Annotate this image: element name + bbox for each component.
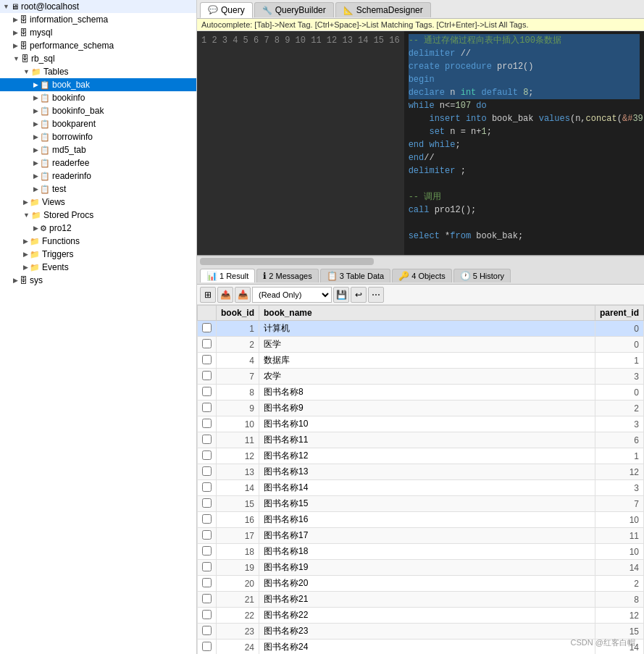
row-checkbox[interactable] (198, 496, 217, 512)
table-row[interactable]: 8图书名称80 (198, 385, 644, 401)
row-checkbox[interactable] (198, 544, 217, 560)
row-checkbox[interactable] (198, 416, 217, 432)
toolbar-btn-discard[interactable]: ↩ (351, 287, 367, 303)
row-checkbox-input[interactable] (202, 514, 212, 524)
row-checkbox[interactable] (198, 576, 217, 592)
row-checkbox[interactable] (198, 464, 217, 480)
table-row[interactable]: 21图书名称218 (198, 592, 644, 608)
expand-icon-triggers[interactable]: ▶ (23, 251, 28, 258)
table-row[interactable]: 16图书名称1610 (198, 512, 644, 528)
row-checkbox-input[interactable] (202, 466, 212, 476)
row-checkbox[interactable] (198, 640, 217, 655)
expand-icon-bookinfo_bak[interactable]: ▶ (33, 107, 38, 114)
result-tab-table_data[interactable]: 📋3 Table Data (320, 269, 391, 282)
table-row[interactable]: 20图书名称202 (198, 576, 644, 592)
sidebar-item-views[interactable]: ▶📁 Views (0, 196, 196, 209)
table-row[interactable]: 12图书名称121 (198, 448, 644, 464)
row-checkbox[interactable] (198, 480, 217, 496)
table-row[interactable]: 4数据库1 (198, 353, 644, 369)
result-table-area[interactable]: book_idbook_nameparent_id 1计算机02医学04数据库1… (197, 305, 644, 654)
tab-schema_designer[interactable]: 📐SchemaDesigner (335, 2, 431, 17)
toolbar-btn-save[interactable]: 💾 (333, 287, 349, 303)
expand-icon-bookparent[interactable]: ▶ (33, 120, 38, 127)
toolbar-btn-export[interactable]: 📤 (217, 287, 233, 303)
result-tab-result[interactable]: 📊1 Result (200, 269, 255, 282)
sidebar-item-info_schema[interactable]: ▶🗄 information_schema (0, 13, 196, 26)
horizontal-scrollbar[interactable] (197, 256, 644, 266)
row-checkbox[interactable] (198, 528, 217, 544)
sidebar-item-book_bak[interactable]: ▶📋 book_bak (0, 78, 196, 91)
row-checkbox[interactable] (198, 448, 217, 464)
row-checkbox[interactable] (198, 353, 217, 369)
row-checkbox[interactable] (198, 321, 217, 337)
row-checkbox-input[interactable] (202, 498, 212, 508)
row-checkbox[interactable] (198, 385, 217, 401)
row-checkbox-input[interactable] (202, 530, 212, 540)
row-checkbox[interactable] (198, 432, 217, 448)
expand-icon-tables[interactable]: ▼ (23, 68, 30, 75)
sidebar-item-test[interactable]: ▶📋 test (0, 183, 196, 196)
toolbar-btn-grid[interactable]: ⊞ (200, 287, 216, 303)
expand-icon-root[interactable]: ▼ (3, 3, 9, 10)
row-checkbox[interactable] (198, 560, 217, 576)
table-row[interactable]: 18图书名称1810 (198, 544, 644, 560)
result-tab-history[interactable]: 🕐5 History (453, 269, 511, 282)
row-checkbox-input[interactable] (202, 435, 212, 444)
expand-icon-mysql[interactable]: ▶ (13, 29, 18, 36)
row-checkbox-input[interactable] (202, 594, 212, 603)
row-checkbox-input[interactable] (202, 355, 212, 364)
expand-icon-sys[interactable]: ▶ (13, 277, 18, 284)
expand-icon-rb_sql[interactable]: ▼ (13, 55, 20, 62)
row-checkbox-input[interactable] (202, 419, 212, 428)
sidebar-item-tables[interactable]: ▼📁 Tables (0, 65, 196, 78)
sidebar-item-sys[interactable]: ▶🗄 sys (0, 274, 196, 287)
table-row[interactable]: 22图书名称2212 (198, 608, 644, 624)
sidebar-item-bookparent[interactable]: ▶📋 bookparent (0, 117, 196, 130)
table-row[interactable]: 17图书名称1711 (198, 528, 644, 544)
sidebar-item-bookinfo_bak[interactable]: ▶📋 bookinfo_bak (0, 104, 196, 117)
sidebar-item-stored_procs[interactable]: ▼📁 Stored Procs (0, 209, 196, 222)
sidebar-item-functions[interactable]: ▶📁 Functions (0, 235, 196, 248)
table-row[interactable]: 14图书名称143 (198, 480, 644, 496)
expand-icon-bookinfo[interactable]: ▶ (33, 94, 38, 101)
expand-icon-info_schema[interactable]: ▶ (13, 16, 18, 23)
row-checkbox-input[interactable] (202, 578, 212, 587)
expand-icon-readerinfo[interactable]: ▶ (33, 172, 38, 180)
expand-icon-readerfee[interactable]: ▶ (33, 159, 38, 167)
expand-icon-stored_procs[interactable]: ▼ (23, 211, 30, 219)
row-checkbox-input[interactable] (202, 403, 212, 412)
expand-icon-md5_tab[interactable]: ▶ (33, 146, 38, 154)
result-tab-objects[interactable]: 🔑4 Objects (392, 269, 451, 282)
table-row[interactable]: 9图书名称92 (198, 401, 644, 416)
sidebar-item-events[interactable]: ▶📁 Events (0, 261, 196, 274)
sidebar-item-md5_tab[interactable]: ▶📋 md5_tab (0, 143, 196, 156)
table-row[interactable]: 19图书名称1914 (198, 560, 644, 576)
row-checkbox-input[interactable] (202, 482, 212, 492)
code-content[interactable]: -- 通过存储过程向表中插入100条数据delimiter //create p… (404, 31, 644, 255)
row-checkbox-input[interactable] (202, 562, 212, 571)
expand-icon-borrowinfo[interactable]: ▶ (33, 133, 38, 141)
sidebar-item-bookinfo[interactable]: ▶📋 bookinfo (0, 91, 196, 104)
row-checkbox[interactable] (198, 401, 217, 416)
expand-icon-events[interactable]: ▶ (23, 264, 28, 271)
row-checkbox-input[interactable] (202, 610, 212, 619)
row-checkbox-input[interactable] (202, 323, 212, 332)
expand-icon-perf_schema[interactable]: ▶ (13, 42, 18, 49)
row-checkbox[interactable] (198, 592, 217, 608)
expand-icon-views[interactable]: ▶ (23, 198, 28, 206)
sidebar-item-borrowinfo[interactable]: ▶📋 borrowinfo (0, 130, 196, 143)
sidebar-item-rb_sql[interactable]: ▼🗄 rb_sql (0, 52, 196, 65)
row-checkbox-input[interactable] (202, 626, 212, 635)
row-checkbox-input[interactable] (202, 371, 212, 380)
tab-query[interactable]: 💬Query (200, 2, 253, 18)
row-checkbox-input[interactable] (202, 387, 212, 396)
row-checkbox-input[interactable] (202, 339, 212, 348)
expand-icon-test[interactable]: ▶ (33, 185, 38, 193)
table-row[interactable]: 2医学0 (198, 337, 644, 353)
row-checkbox[interactable] (198, 624, 217, 640)
expand-icon-book_bak[interactable]: ▶ (33, 81, 38, 88)
sidebar-item-triggers[interactable]: ▶📁 Triggers (0, 248, 196, 261)
sidebar-item-root[interactable]: ▼🖥 root@localhost (0, 0, 196, 13)
row-checkbox-input[interactable] (202, 642, 212, 651)
table-row[interactable]: 13图书名称1312 (198, 464, 644, 480)
